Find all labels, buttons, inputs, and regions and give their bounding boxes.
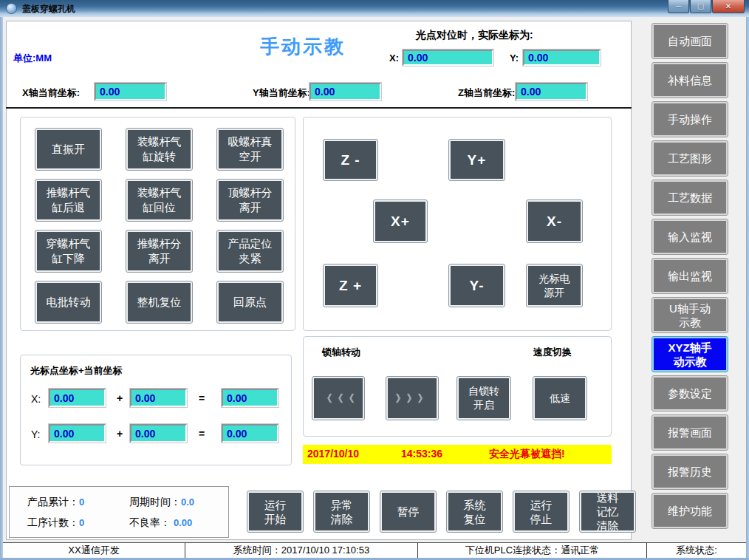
cursor-x-result-field[interactable]: 0.00 — [222, 389, 278, 407]
maximize-button[interactable]: ▢ — [690, 0, 711, 13]
screw-cylinder-return-button[interactable]: 装螺杆气缸回位 — [126, 180, 192, 221]
status-system-time: 系统时间：2017/10/10 17:10:53 — [185, 543, 418, 558]
product-total-stat: 产品累计：0 — [27, 496, 84, 509]
jog-y-minus-button[interactable]: Y- — [449, 264, 505, 307]
feed-memory-clear-button[interactable]: 送料记忆清除 — [580, 491, 635, 532]
sidebar-item-auto-screen[interactable]: 自动画面 — [652, 24, 728, 58]
screw-vacuum-on-button[interactable]: 吸螺杆真空开 — [217, 129, 283, 170]
sidebar-item-process-graphics[interactable]: 工艺图形 — [652, 141, 728, 176]
run-start-button[interactable]: 运行开始 — [247, 491, 303, 532]
screw-cylinder-rotate-button[interactable]: 装螺杆气缸旋转 — [126, 129, 192, 170]
process-count-stat: 工序计数：0 — [27, 516, 84, 530]
z-axis-field[interactable]: 0.00 — [516, 83, 587, 100]
driver-rotate-button[interactable]: 电批转动 — [35, 281, 101, 323]
thread-screw-cylinder-down-button[interactable]: 穿螺杆气缸下降 — [35, 231, 101, 272]
sidebar-item-xyz-axis-teach[interactable]: XYZ轴手动示教 — [652, 337, 728, 372]
cursor-x-a-field[interactable]: 0.00 — [49, 389, 106, 407]
align-y-label: Y: — [510, 52, 519, 64]
cursor-x-b-field[interactable]: 0.00 — [130, 389, 187, 407]
unit-label: 单位:MM — [13, 52, 52, 65]
sidebar-item-output-monitor[interactable]: 输出监视 — [652, 259, 728, 293]
push-screw-cylinder-back-button[interactable]: 推螺杆气缸后退 — [35, 180, 101, 221]
sidebar-item-alarm-history[interactable]: 报警历史 — [652, 454, 728, 489]
cursor-x-plus-sign: + — [117, 392, 123, 404]
sidebar-item-u-axis-teach[interactable]: U轴手动示教 — [652, 298, 728, 332]
cursor-y-plus-sign: + — [117, 428, 123, 440]
sidebar-nav: 自动画面 补料信息 手动操作 工艺图形 工艺数据 输入监视 输出监视 U轴手动示… — [652, 24, 728, 528]
product-total-label: 产品累计： — [27, 496, 79, 508]
run-stop-button[interactable]: 运行停止 — [513, 491, 569, 532]
titlebar[interactable]: 盖板穿螺孔机 ─ ▢ ✕ — [0, 0, 749, 17]
jog-x-plus-button[interactable]: X+ — [374, 200, 427, 242]
process-count-label: 工序计数： — [27, 516, 79, 528]
window-frame-right — [746, 17, 749, 560]
close-button[interactable]: ✕ — [712, 0, 745, 13]
sidebar-item-maintenance[interactable]: 维护功能 — [652, 494, 728, 528]
cycle-time-stat: 周期时间：0.0 — [129, 496, 194, 509]
defect-rate-value: 0.00 — [174, 517, 192, 528]
sidebar-item-alarm-screen[interactable]: 报警画面 — [652, 415, 728, 450]
status-developer: XX通信开发 — [3, 543, 185, 558]
alarm-bar: 2017/10/10 14:53:36 安全光幕被遮挡! — [303, 445, 612, 464]
sidebar-item-input-monitor[interactable]: 输入监视 — [652, 219, 728, 254]
cursor-coord-panel: 光标点坐标+当前坐标 X: 0.00 + 0.00 = 0.00 Y: 0.00… — [20, 355, 292, 465]
lock-axis-right-button[interactable]: 》》》 — [386, 377, 438, 420]
lock-axis-left-button[interactable]: 《《《 — [312, 377, 364, 420]
status-bar: XX通信开发 系统时间：2017/10/10 17:10:53 下位机PLC连接… — [3, 542, 746, 558]
jog-x-minus-button[interactable]: X- — [527, 200, 582, 242]
window-controls: ─ ▢ ✕ — [667, 0, 745, 13]
defect-rate-stat: 不良率： 0.00 — [129, 516, 192, 530]
cursor-y-label: Y: — [31, 428, 40, 440]
align-y-field[interactable]: 0.00 — [523, 49, 601, 66]
process-count-value: 0 — [79, 517, 84, 528]
jog-z-plus-button[interactable]: Z + — [324, 264, 377, 307]
cursor-x-label: X: — [31, 393, 41, 405]
system-reset-button[interactable]: 系统复位 — [447, 491, 502, 532]
alarm-message: 安全光幕被遮挡! — [489, 448, 565, 461]
cursor-y-result-field[interactable]: 0.00 — [222, 424, 278, 443]
pause-button[interactable]: 暂停 — [380, 491, 436, 532]
cursor-power-button[interactable]: 光标电源开 — [527, 264, 582, 307]
product-clamp-button[interactable]: 产品定位夹紧 — [217, 231, 283, 272]
top-screw-separate-button[interactable]: 顶螺杆分离开 — [217, 180, 283, 221]
x-axis-label: X轴当前坐标: — [22, 86, 80, 100]
z-axis-label: Z轴当前坐标: — [458, 86, 515, 100]
machine-reset-button[interactable]: 整机复位 — [126, 281, 192, 323]
status-plc-connection: 下位机PLC连接状态：通讯正常 — [418, 543, 647, 558]
sidebar-item-process-data[interactable]: 工艺数据 — [652, 180, 728, 215]
jog-panel: Z - Y+ X+ X- Z + Y- 光标电源开 — [303, 117, 612, 331]
speed-switch-title: 速度切换 — [533, 346, 572, 359]
sidebar-item-refill-info[interactable]: 补料信息 — [652, 63, 728, 98]
header-divider — [6, 107, 632, 109]
jog-z-minus-button[interactable]: Z - — [324, 140, 377, 180]
production-stats-box: 产品累计：0 周期时间：0.0 工序计数：0 不良率： 0.00 — [9, 486, 229, 538]
jog-y-plus-button[interactable]: Y+ — [449, 140, 505, 180]
cursor-y-b-field[interactable]: 0.00 — [130, 424, 187, 443]
go-home-button[interactable]: 回原点 — [217, 281, 283, 323]
align-hint-label: 光点对位时，实际坐标为: — [416, 29, 533, 42]
error-clear-button[interactable]: 异常清除 — [314, 491, 369, 532]
align-x-field[interactable]: 0.00 — [403, 49, 493, 66]
cycle-time-label: 周期时间： — [129, 496, 181, 508]
function-button-group: 直振开 装螺杆气缸旋转 吸螺杆真空开 推螺杆气缸后退 装螺杆气缸回位 顶螺杆分离… — [20, 117, 295, 331]
y-axis-label: Y轴当前坐标: — [253, 86, 310, 100]
app-window: 盖板穿螺孔机 ─ ▢ ✕ 单位:MM 手动示教 光点对位时，实际坐标为: X: … — [0, 0, 749, 560]
cursor-x-equals-sign: = — [199, 392, 205, 404]
sidebar-item-manual-operation[interactable]: 手动操作 — [652, 102, 728, 137]
y-axis-field[interactable]: 0.00 — [309, 83, 381, 100]
lock-axis-title: 锁轴转动 — [322, 346, 360, 359]
push-screw-separate-button[interactable]: 推螺杆分离开 — [126, 231, 192, 272]
page-title: 手动示教 — [260, 34, 346, 60]
minimize-button[interactable]: ─ — [668, 0, 689, 13]
sidebar-item-parameter-setting[interactable]: 参数设定 — [652, 376, 728, 411]
cursor-y-equals-sign: = — [199, 428, 205, 440]
align-x-label: X: — [389, 52, 399, 64]
product-total-value: 0 — [79, 496, 84, 508]
vibrator-on-button[interactable]: 直振开 — [35, 129, 101, 170]
defect-rate-label: 不良率： — [129, 516, 174, 528]
self-lock-toggle-button[interactable]: 自锁转开启 — [457, 377, 510, 420]
speed-toggle-button[interactable]: 低速 — [533, 377, 586, 420]
cursor-y-a-field[interactable]: 0.00 — [49, 424, 106, 443]
app-icon — [6, 3, 17, 14]
x-axis-field[interactable]: 0.00 — [95, 83, 166, 100]
